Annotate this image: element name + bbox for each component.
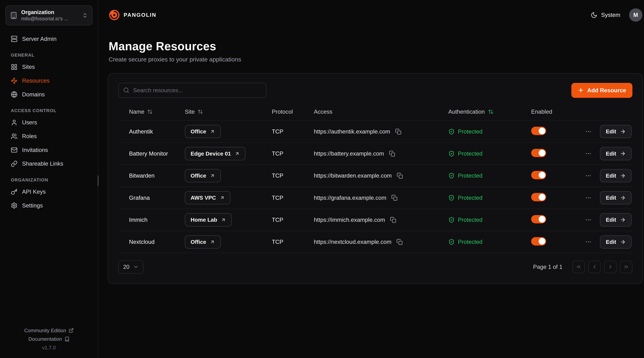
resources-card: Add Resource Name Site Protocol Access A… <box>108 73 643 284</box>
table-body: Authentik Office TCP https://authentik.e… <box>118 121 632 253</box>
site-link[interactable]: Edge Device 01 <box>185 147 246 160</box>
org-switcher[interactable]: Organization milo@fossorial.io's ... <box>6 6 92 25</box>
sidebar-item-api-keys[interactable]: API Keys <box>0 185 98 199</box>
page-head: Manage Resources Create secure proxies t… <box>98 30 644 63</box>
auth-status: Protected <box>458 217 482 223</box>
edit-button[interactable]: Edit <box>600 125 632 138</box>
edit-label: Edit <box>606 239 616 245</box>
documentation-label: Documentation <box>28 336 62 342</box>
enabled-toggle[interactable] <box>531 171 546 179</box>
avatar[interactable]: M <box>629 8 642 22</box>
sidebar-item-label: Roles <box>22 133 37 140</box>
table-row: Immich Home Lab TCP https://immich.examp… <box>118 209 632 231</box>
prev-page-button[interactable] <box>588 261 601 273</box>
access-url: https://bitwarden.example.com <box>314 172 392 179</box>
col-header-protocol: Protocol <box>272 109 293 115</box>
copy-icon[interactable] <box>396 238 404 246</box>
pangolin-logo-icon <box>109 10 120 21</box>
sidebar-item-domains[interactable]: Domains <box>0 88 98 101</box>
theme-toggle-button[interactable]: System <box>591 12 620 19</box>
sidebar-item-settings[interactable]: Settings <box>0 199 98 212</box>
auth-status: Protected <box>458 239 482 245</box>
sort-icon[interactable] <box>488 109 494 114</box>
card-toolbar: Add Resource <box>118 83 632 98</box>
community-edition-link[interactable]: Community Edition <box>24 328 74 333</box>
sidebar-item-label: Resources <box>22 77 50 84</box>
edit-button[interactable]: Edit <box>600 213 632 226</box>
first-page-button[interactable] <box>572 261 585 273</box>
page-size-value: 20 <box>123 264 130 270</box>
arrow-up-right-icon <box>210 239 215 244</box>
sidebar-resize-handle[interactable] <box>98 175 99 186</box>
auth-status: Protected <box>458 172 482 179</box>
resource-name: Authentik <box>118 128 185 135</box>
site-link[interactable]: Office <box>185 235 221 249</box>
sort-icon[interactable] <box>147 109 153 114</box>
row-menu-button[interactable] <box>583 237 594 247</box>
row-menu-button[interactable] <box>583 127 594 137</box>
edit-button[interactable]: Edit <box>600 169 632 182</box>
row-menu-button[interactable] <box>583 215 594 225</box>
copy-icon[interactable] <box>390 194 398 202</box>
protocol-value: TCP <box>272 217 314 223</box>
row-menu-button[interactable] <box>583 193 594 203</box>
site-link[interactable]: Office <box>185 125 221 138</box>
next-page-button[interactable] <box>604 261 616 273</box>
enabled-toggle[interactable] <box>531 149 546 157</box>
enabled-toggle[interactable] <box>531 215 546 223</box>
edit-button[interactable]: Edit <box>600 147 632 160</box>
shield-check-icon <box>448 195 454 201</box>
sidebar-item-server-admin[interactable]: Server Admin <box>0 32 98 46</box>
table-row: Bitwarden Office TCP https://bitwarden.e… <box>118 165 632 187</box>
sites-icon <box>11 64 18 70</box>
page-size-select[interactable]: 20 <box>118 260 144 273</box>
site-link[interactable]: Office <box>185 169 221 182</box>
access-url: https://immich.example.com <box>314 217 385 223</box>
edit-button[interactable]: Edit <box>600 191 632 204</box>
add-resource-button[interactable]: Add Resource <box>571 83 632 98</box>
sidebar-item-roles[interactable]: Roles <box>0 129 98 143</box>
access-url: https://grafana.example.com <box>314 195 386 201</box>
copy-icon[interactable] <box>396 172 404 180</box>
topbar: PANGOLIN System M <box>98 0 644 30</box>
enabled-toggle[interactable] <box>531 127 546 135</box>
link-icon <box>11 160 18 167</box>
row-menu-button[interactable] <box>583 171 594 181</box>
site-link[interactable]: AWS VPC <box>185 191 230 204</box>
site-link[interactable]: Home Lab <box>185 213 232 226</box>
resource-name: Battery Monitor <box>118 150 185 157</box>
sidebar-item-label: Domains <box>22 91 45 98</box>
search-input[interactable] <box>133 87 262 94</box>
last-page-button[interactable] <box>620 261 632 273</box>
sidebar-item-sites[interactable]: Sites <box>0 60 98 74</box>
section-label-access-control: ACCESS CONTROL <box>0 101 98 116</box>
enabled-toggle[interactable] <box>531 237 546 245</box>
resource-name: Bitwarden <box>118 172 185 179</box>
sidebar-item-invitations[interactable]: Invitations <box>0 143 98 157</box>
col-header-enabled: Enabled <box>531 109 552 115</box>
site-name: AWS VPC <box>190 195 216 201</box>
sidebar-footer: Community Edition Documentation v1.7.0 <box>0 322 98 358</box>
shield-check-icon <box>448 239 454 245</box>
table-row: Battery Monitor Edge Device 01 TCP https… <box>118 143 632 165</box>
copy-icon[interactable] <box>394 128 402 135</box>
brand[interactable]: PANGOLIN <box>109 10 156 21</box>
arrow-up-right-icon <box>221 217 226 222</box>
edit-button[interactable]: Edit <box>600 235 632 249</box>
col-header-authentication: Authentication <box>448 109 485 115</box>
chevrons-up-down-icon <box>82 13 88 18</box>
resource-name: Grafana <box>118 195 185 201</box>
sidebar-item-users[interactable]: Users <box>0 116 98 130</box>
sidebar-item-resources[interactable]: Resources <box>0 74 98 88</box>
sort-icon[interactable] <box>198 109 203 114</box>
row-menu-button[interactable] <box>583 149 594 159</box>
sidebar-item-shareable-links[interactable]: Shareable Links <box>0 157 98 171</box>
mail-icon <box>11 147 18 153</box>
copy-icon[interactable] <box>389 216 397 224</box>
globe-icon <box>11 91 18 98</box>
building-icon <box>10 12 18 19</box>
documentation-link[interactable]: Documentation <box>28 336 70 342</box>
enabled-toggle[interactable] <box>531 193 546 201</box>
arrow-right-icon <box>620 173 626 179</box>
copy-icon[interactable] <box>388 150 396 157</box>
